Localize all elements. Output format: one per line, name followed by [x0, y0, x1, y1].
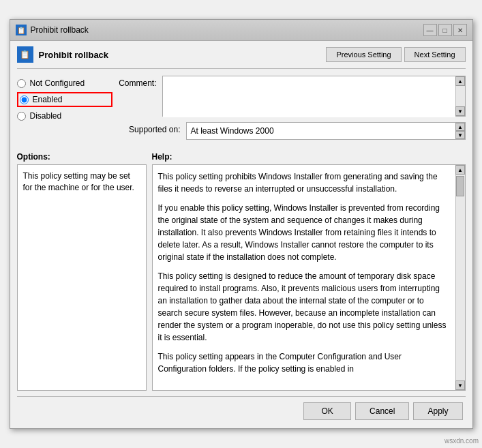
options-title: Options: — [17, 152, 147, 162]
title-bar: 📋 Prohibit rollback — □ ✕ — [10, 20, 472, 41]
window-icon: 📋 — [16, 25, 27, 35]
help-title: Help: — [152, 152, 466, 162]
watermark: wsxdn.com — [445, 437, 479, 445]
not-configured-radio[interactable] — [17, 79, 26, 88]
previous-setting-button[interactable]: Previous Setting — [326, 47, 401, 62]
enabled-option[interactable]: Enabled — [17, 92, 112, 107]
title-bar-left: 📋 Prohibit rollback — [16, 25, 89, 35]
header-left: 📋 Prohibit rollback — [17, 46, 109, 63]
header-icon: 📋 — [17, 46, 33, 63]
window-title: Prohibit rollback — [31, 25, 89, 35]
options-panel: Options: This policy setting may be set … — [17, 152, 147, 391]
next-setting-button[interactable]: Next Setting — [404, 47, 466, 62]
help-panel: Help: This policy setting prohibits Wind… — [152, 152, 466, 391]
help-box: This policy setting prohibits Windows In… — [153, 165, 455, 390]
comment-scrollbar-down[interactable]: ▼ — [455, 106, 465, 116]
minimize-button[interactable]: — — [423, 24, 437, 36]
left-column: Not Configured Enabled Disabled — [17, 76, 116, 147]
disabled-radio[interactable] — [17, 112, 26, 121]
close-button[interactable]: ✕ — [453, 24, 467, 36]
comment-label: Comment: — [116, 76, 157, 117]
title-bar-controls: — □ ✕ — [423, 24, 467, 36]
help-para-1: This policy setting prohibits Windows In… — [158, 170, 450, 195]
supported-section: Supported on: At least Windows 2000 ▲ ▼ — [116, 122, 466, 140]
enabled-radio[interactable] — [20, 95, 29, 104]
top-layout: Not Configured Enabled Disabled Comment: — [17, 76, 466, 147]
help-para-4: This policy setting appears in the Compu… — [158, 350, 450, 375]
comment-textarea[interactable] — [163, 76, 455, 117]
disabled-label: Disabled — [30, 111, 62, 121]
apply-button[interactable]: Apply — [413, 402, 462, 420]
help-para-2: If you enable this policy setting, Windo… — [158, 202, 450, 263]
dialog-title: Prohibit rollback — [39, 50, 109, 60]
options-text: This policy setting may be set for the m… — [23, 171, 134, 192]
right-column: Comment: ▲ ▼ Supported on: At least — [116, 76, 466, 147]
help-para-3: This policy setting is designed to reduc… — [158, 270, 450, 344]
maximize-button[interactable]: □ — [438, 24, 452, 36]
main-window: 📋 Prohibit rollback — □ ✕ 📋 Prohibit rol… — [10, 19, 473, 429]
main-area: Options: This policy setting may be set … — [17, 152, 466, 391]
ok-button[interactable]: OK — [303, 402, 351, 420]
dialog-content: 📋 Prohibit rollback Previous Setting Nex… — [10, 41, 472, 428]
supported-scrollbar-up[interactable]: ▲ — [455, 123, 465, 131]
not-configured-label: Not Configured — [30, 78, 85, 88]
enabled-label: Enabled — [33, 95, 63, 104]
not-configured-option[interactable]: Not Configured — [17, 78, 112, 88]
options-box: This policy setting may be set for the m… — [17, 164, 147, 391]
supported-value: At least Windows 2000 — [187, 125, 455, 137]
help-scrollbar-up[interactable]: ▲ — [455, 165, 465, 175]
radio-section: Not Configured Enabled Disabled — [17, 76, 112, 123]
header-row: 📋 Prohibit rollback Previous Setting Nex… — [17, 46, 466, 69]
supported-scrollbar-down[interactable]: ▼ — [455, 131, 465, 139]
supported-label: Supported on: — [116, 122, 181, 140]
cancel-button[interactable]: Cancel — [355, 402, 409, 420]
comment-section: Comment: ▲ ▼ — [116, 76, 466, 117]
comment-scrollbar-up[interactable]: ▲ — [455, 76, 465, 86]
header-buttons: Previous Setting Next Setting — [326, 47, 465, 62]
help-scrollbar-down[interactable]: ▼ — [455, 380, 465, 390]
help-scrollbar-thumb[interactable] — [456, 176, 464, 196]
bottom-buttons: OK Cancel Apply — [17, 396, 466, 423]
disabled-option[interactable]: Disabled — [17, 111, 112, 121]
